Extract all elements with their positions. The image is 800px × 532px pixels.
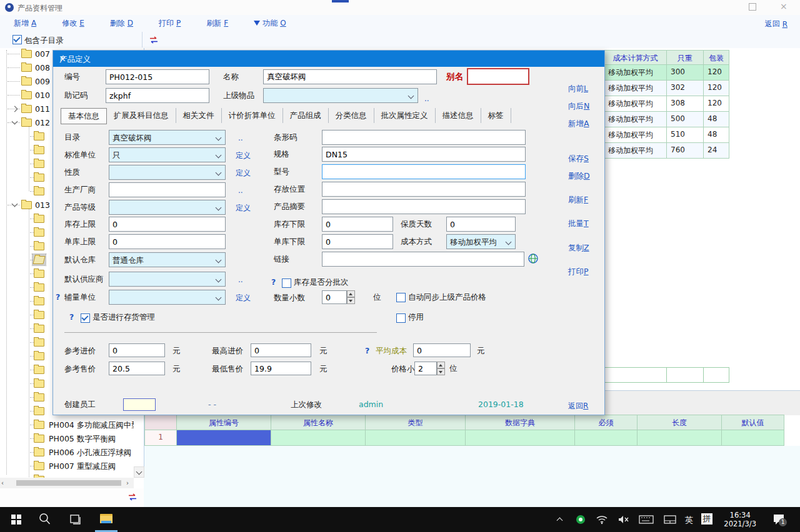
single-lower-field[interactable]	[322, 234, 393, 249]
disable-checkbox[interactable]	[396, 313, 406, 323]
aux-unit-define-link[interactable]: 定义	[236, 293, 251, 303]
code-field[interactable]	[106, 69, 209, 84]
tab-ext-account-info[interactable]: 扩展及科目信息	[107, 108, 176, 123]
delete-button[interactable]: 删除D	[110, 18, 133, 29]
swap-icon[interactable]	[128, 493, 138, 501]
tab-related-files[interactable]: 相关文件	[176, 108, 222, 123]
parent-item-combo[interactable]	[263, 88, 418, 103]
ime-indicator[interactable]: 拼	[701, 513, 712, 525]
stock-upper-field[interactable]	[109, 217, 226, 232]
globe-icon[interactable]	[528, 254, 539, 264]
dialog-close-button[interactable]: ✕	[59, 54, 596, 64]
nature-combo[interactable]	[109, 165, 226, 180]
spinner-up[interactable]	[347, 290, 355, 297]
parent-more-link[interactable]: ..	[424, 94, 429, 103]
new-row-cell[interactable]	[704, 367, 729, 383]
tree-vscroll-down[interactable]	[134, 466, 144, 478]
cost-table-cell[interactable]: 移动加权平均	[604, 143, 667, 159]
batch-checkbox[interactable]	[282, 278, 291, 288]
catalog-more-link[interactable]: ..	[238, 134, 243, 142]
side-add-button[interactable]: 新增A	[568, 119, 589, 129]
touch-keyboard-icon[interactable]	[639, 515, 654, 524]
scroll-thumb[interactable]	[16, 480, 121, 486]
mnemonic-field[interactable]	[106, 88, 209, 103]
cost-table-cell[interactable]: 移动加权平均	[604, 112, 667, 127]
cost-table-cell[interactable]: 120	[704, 81, 729, 96]
unit-define-link[interactable]: 定义	[236, 150, 251, 161]
cost-table-cell[interactable]: 302	[667, 81, 704, 96]
tree-hscrollbar[interactable]: ‹ ›	[0, 478, 134, 488]
tab-pricing-conversion-unit[interactable]: 计价折算单位	[222, 108, 283, 123]
side-next-button[interactable]: 向后N	[568, 101, 589, 112]
side-save-button[interactable]: 保存S	[568, 154, 589, 164]
tray-expand-chevron[interactable]	[556, 516, 562, 522]
model-field[interactable]	[322, 164, 526, 179]
modify-button[interactable]: 修改E	[62, 18, 84, 29]
aux-unit-combo[interactable]	[109, 290, 226, 305]
new-button[interactable]: 新增A	[14, 18, 36, 29]
nature-define-link[interactable]: 定义	[236, 168, 251, 179]
task-view-button[interactable]	[62, 507, 88, 532]
side-batch-button[interactable]: 批量T	[568, 219, 589, 229]
refresh-button[interactable]: 刷新F	[206, 18, 228, 29]
close-button[interactable]: ×	[780, 2, 788, 11]
tree-item-ph005[interactable]: PH005 数字平衡阀	[0, 431, 134, 445]
start-button[interactable]	[4, 507, 29, 532]
attr-table-cell[interactable]	[177, 430, 271, 446]
spec-field[interactable]	[322, 147, 526, 162]
price-decimals-field[interactable]	[414, 362, 437, 375]
dialog-return-button[interactable]: 返回R	[568, 401, 588, 411]
tab-basic-info[interactable]: 基本信息	[61, 108, 107, 124]
attr-table-cell[interactable]	[466, 430, 575, 446]
cost-table-cell[interactable]: 移动加权平均	[604, 81, 667, 96]
file-explorer-button[interactable]	[94, 507, 119, 532]
cost-method-combo[interactable]: 移动加权平均	[446, 234, 516, 249]
notification-button[interactable]: 1	[772, 513, 786, 526]
supplier-more-link[interactable]: ..	[238, 275, 243, 284]
max-purchase-field[interactable]	[251, 343, 311, 357]
cost-table-cell[interactable]: 48	[704, 112, 729, 127]
supplier-combo[interactable]	[109, 272, 226, 287]
print-button[interactable]: 打印P	[159, 18, 181, 29]
chevron-down-icon[interactable]	[12, 201, 18, 207]
touchpad-icon[interactable]	[664, 515, 676, 524]
attr-table-cell[interactable]	[722, 430, 784, 446]
swap-icon[interactable]	[149, 36, 159, 44]
include-subdir-checkbox[interactable]	[12, 35, 22, 44]
tab-label[interactable]: 标签	[481, 108, 511, 123]
stock-lower-field[interactable]	[322, 217, 393, 232]
inventory-mgmt-checkbox[interactable]	[81, 313, 90, 323]
alias-field[interactable]	[467, 68, 529, 85]
cost-table-cell[interactable]: 移动加权平均	[604, 96, 667, 112]
ref-purchase-field[interactable]	[109, 343, 165, 357]
creator-field[interactable]	[123, 398, 156, 411]
chevron-right-icon[interactable]	[12, 106, 18, 112]
attr-table-cell[interactable]	[638, 430, 722, 446]
summary-field[interactable]	[322, 199, 526, 214]
taskbar-clock[interactable]: 16:34 2021/3/3	[724, 511, 756, 528]
attr-row-number[interactable]: 1	[144, 430, 177, 446]
auto-sync-checkbox[interactable]	[396, 293, 406, 302]
chevron-down-icon[interactable]	[12, 119, 18, 125]
cost-table-cell[interactable]: 120	[704, 96, 729, 112]
shelf-days-field[interactable]	[446, 217, 516, 232]
volume-muted-icon[interactable]	[618, 515, 630, 525]
catalog-combo[interactable]: 真空破坏阀	[109, 130, 226, 145]
scroll-left-arrow[interactable]: ‹	[1, 478, 4, 488]
spinner-down[interactable]	[437, 368, 445, 375]
return-button[interactable]: 返回R	[765, 19, 788, 29]
cost-table-cell[interactable]: 308	[667, 96, 704, 112]
location-field[interactable]	[322, 182, 526, 197]
cost-table-cell[interactable]: 760	[667, 143, 704, 159]
tab-description-info[interactable]: 描述信息	[436, 108, 481, 123]
tab-category-info[interactable]: 分类信息	[329, 108, 374, 123]
wifi-icon[interactable]	[596, 515, 608, 525]
attr-table-cell[interactable]	[271, 430, 366, 446]
spinner-down[interactable]	[347, 297, 355, 304]
cost-table-cell[interactable]: 500	[667, 112, 704, 127]
link-field[interactable]	[322, 252, 524, 267]
tab-product-composition[interactable]: 产品组成	[283, 108, 329, 123]
unit-combo[interactable]: 只	[109, 147, 226, 162]
side-delete-button[interactable]: 删除D	[568, 171, 590, 182]
manufacturer-more-link[interactable]: ..	[238, 186, 243, 195]
